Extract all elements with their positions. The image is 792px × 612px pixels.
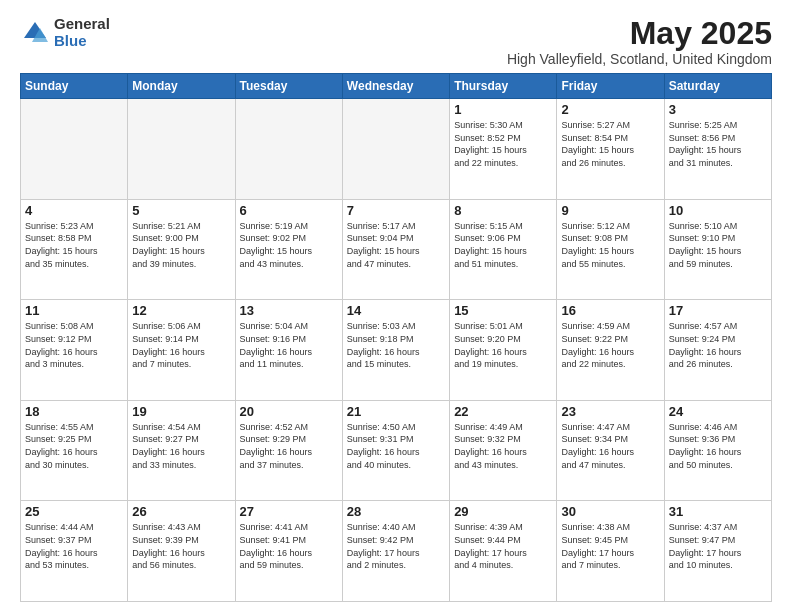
table-row: 12Sunrise: 5:06 AM Sunset: 9:14 PM Dayli… <box>128 300 235 401</box>
day-number: 5 <box>132 203 230 218</box>
table-row: 9Sunrise: 5:12 AM Sunset: 9:08 PM Daylig… <box>557 199 664 300</box>
day-number: 10 <box>669 203 767 218</box>
day-info: Sunrise: 4:50 AM Sunset: 9:31 PM Dayligh… <box>347 421 445 471</box>
day-info: Sunrise: 5:06 AM Sunset: 9:14 PM Dayligh… <box>132 320 230 370</box>
day-info: Sunrise: 5:01 AM Sunset: 9:20 PM Dayligh… <box>454 320 552 370</box>
table-row: 11Sunrise: 5:08 AM Sunset: 9:12 PM Dayli… <box>21 300 128 401</box>
day-number: 3 <box>669 102 767 117</box>
table-row: 29Sunrise: 4:39 AM Sunset: 9:44 PM Dayli… <box>450 501 557 602</box>
day-number: 24 <box>669 404 767 419</box>
table-row: 14Sunrise: 5:03 AM Sunset: 9:18 PM Dayli… <box>342 300 449 401</box>
table-row: 28Sunrise: 4:40 AM Sunset: 9:42 PM Dayli… <box>342 501 449 602</box>
day-number: 12 <box>132 303 230 318</box>
table-row: 3Sunrise: 5:25 AM Sunset: 8:56 PM Daylig… <box>664 99 771 200</box>
calendar-week-row: 18Sunrise: 4:55 AM Sunset: 9:25 PM Dayli… <box>21 400 772 501</box>
table-row: 30Sunrise: 4:38 AM Sunset: 9:45 PM Dayli… <box>557 501 664 602</box>
day-number: 9 <box>561 203 659 218</box>
table-row: 1Sunrise: 5:30 AM Sunset: 8:52 PM Daylig… <box>450 99 557 200</box>
table-row <box>21 99 128 200</box>
table-row: 2Sunrise: 5:27 AM Sunset: 8:54 PM Daylig… <box>557 99 664 200</box>
day-info: Sunrise: 4:37 AM Sunset: 9:47 PM Dayligh… <box>669 521 767 571</box>
day-number: 16 <box>561 303 659 318</box>
day-info: Sunrise: 5:15 AM Sunset: 9:06 PM Dayligh… <box>454 220 552 270</box>
table-row: 21Sunrise: 4:50 AM Sunset: 9:31 PM Dayli… <box>342 400 449 501</box>
col-sunday: Sunday <box>21 74 128 99</box>
day-info: Sunrise: 4:59 AM Sunset: 9:22 PM Dayligh… <box>561 320 659 370</box>
day-number: 1 <box>454 102 552 117</box>
day-info: Sunrise: 4:41 AM Sunset: 9:41 PM Dayligh… <box>240 521 338 571</box>
table-row: 24Sunrise: 4:46 AM Sunset: 9:36 PM Dayli… <box>664 400 771 501</box>
day-info: Sunrise: 5:03 AM Sunset: 9:18 PM Dayligh… <box>347 320 445 370</box>
day-info: Sunrise: 4:52 AM Sunset: 9:29 PM Dayligh… <box>240 421 338 471</box>
day-info: Sunrise: 5:21 AM Sunset: 9:00 PM Dayligh… <box>132 220 230 270</box>
table-row: 4Sunrise: 5:23 AM Sunset: 8:58 PM Daylig… <box>21 199 128 300</box>
calendar-header-row: Sunday Monday Tuesday Wednesday Thursday… <box>21 74 772 99</box>
day-number: 27 <box>240 504 338 519</box>
day-info: Sunrise: 5:27 AM Sunset: 8:54 PM Dayligh… <box>561 119 659 169</box>
table-row: 23Sunrise: 4:47 AM Sunset: 9:34 PM Dayli… <box>557 400 664 501</box>
calendar-week-row: 25Sunrise: 4:44 AM Sunset: 9:37 PM Dayli… <box>21 501 772 602</box>
col-wednesday: Wednesday <box>342 74 449 99</box>
logo-general: General <box>54 16 110 33</box>
day-info: Sunrise: 5:04 AM Sunset: 9:16 PM Dayligh… <box>240 320 338 370</box>
day-info: Sunrise: 4:44 AM Sunset: 9:37 PM Dayligh… <box>25 521 123 571</box>
table-row: 16Sunrise: 4:59 AM Sunset: 9:22 PM Dayli… <box>557 300 664 401</box>
day-info: Sunrise: 5:30 AM Sunset: 8:52 PM Dayligh… <box>454 119 552 169</box>
table-row: 18Sunrise: 4:55 AM Sunset: 9:25 PM Dayli… <box>21 400 128 501</box>
day-info: Sunrise: 5:25 AM Sunset: 8:56 PM Dayligh… <box>669 119 767 169</box>
day-info: Sunrise: 4:38 AM Sunset: 9:45 PM Dayligh… <box>561 521 659 571</box>
day-number: 2 <box>561 102 659 117</box>
day-info: Sunrise: 4:49 AM Sunset: 9:32 PM Dayligh… <box>454 421 552 471</box>
day-number: 14 <box>347 303 445 318</box>
day-number: 20 <box>240 404 338 419</box>
table-row: 13Sunrise: 5:04 AM Sunset: 9:16 PM Dayli… <box>235 300 342 401</box>
day-info: Sunrise: 4:54 AM Sunset: 9:27 PM Dayligh… <box>132 421 230 471</box>
logo: General Blue <box>20 16 110 49</box>
day-info: Sunrise: 5:12 AM Sunset: 9:08 PM Dayligh… <box>561 220 659 270</box>
table-row: 10Sunrise: 5:10 AM Sunset: 9:10 PM Dayli… <box>664 199 771 300</box>
day-number: 31 <box>669 504 767 519</box>
day-number: 8 <box>454 203 552 218</box>
day-info: Sunrise: 5:10 AM Sunset: 9:10 PM Dayligh… <box>669 220 767 270</box>
day-number: 6 <box>240 203 338 218</box>
col-saturday: Saturday <box>664 74 771 99</box>
day-number: 28 <box>347 504 445 519</box>
day-info: Sunrise: 4:46 AM Sunset: 9:36 PM Dayligh… <box>669 421 767 471</box>
month-title: May 2025 <box>507 16 772 51</box>
table-row: 26Sunrise: 4:43 AM Sunset: 9:39 PM Dayli… <box>128 501 235 602</box>
title-area: May 2025 High Valleyfield, Scotland, Uni… <box>507 16 772 67</box>
day-number: 23 <box>561 404 659 419</box>
day-info: Sunrise: 5:23 AM Sunset: 8:58 PM Dayligh… <box>25 220 123 270</box>
table-row: 22Sunrise: 4:49 AM Sunset: 9:32 PM Dayli… <box>450 400 557 501</box>
table-row: 7Sunrise: 5:17 AM Sunset: 9:04 PM Daylig… <box>342 199 449 300</box>
col-thursday: Thursday <box>450 74 557 99</box>
day-info: Sunrise: 4:39 AM Sunset: 9:44 PM Dayligh… <box>454 521 552 571</box>
day-number: 17 <box>669 303 767 318</box>
table-row <box>235 99 342 200</box>
calendar-week-row: 1Sunrise: 5:30 AM Sunset: 8:52 PM Daylig… <box>21 99 772 200</box>
day-info: Sunrise: 4:55 AM Sunset: 9:25 PM Dayligh… <box>25 421 123 471</box>
calendar-week-row: 11Sunrise: 5:08 AM Sunset: 9:12 PM Dayli… <box>21 300 772 401</box>
table-row: 5Sunrise: 5:21 AM Sunset: 9:00 PM Daylig… <box>128 199 235 300</box>
header: General Blue May 2025 High Valleyfield, … <box>20 16 772 67</box>
table-row: 8Sunrise: 5:15 AM Sunset: 9:06 PM Daylig… <box>450 199 557 300</box>
day-info: Sunrise: 5:08 AM Sunset: 9:12 PM Dayligh… <box>25 320 123 370</box>
table-row: 25Sunrise: 4:44 AM Sunset: 9:37 PM Dayli… <box>21 501 128 602</box>
day-number: 21 <box>347 404 445 419</box>
day-number: 13 <box>240 303 338 318</box>
table-row: 31Sunrise: 4:37 AM Sunset: 9:47 PM Dayli… <box>664 501 771 602</box>
day-number: 26 <box>132 504 230 519</box>
calendar-table: Sunday Monday Tuesday Wednesday Thursday… <box>20 73 772 602</box>
col-monday: Monday <box>128 74 235 99</box>
day-info: Sunrise: 5:19 AM Sunset: 9:02 PM Dayligh… <box>240 220 338 270</box>
table-row: 6Sunrise: 5:19 AM Sunset: 9:02 PM Daylig… <box>235 199 342 300</box>
table-row: 20Sunrise: 4:52 AM Sunset: 9:29 PM Dayli… <box>235 400 342 501</box>
table-row: 27Sunrise: 4:41 AM Sunset: 9:41 PM Dayli… <box>235 501 342 602</box>
logo-icon <box>20 18 50 48</box>
day-number: 15 <box>454 303 552 318</box>
day-info: Sunrise: 4:57 AM Sunset: 9:24 PM Dayligh… <box>669 320 767 370</box>
col-friday: Friday <box>557 74 664 99</box>
table-row: 19Sunrise: 4:54 AM Sunset: 9:27 PM Dayli… <box>128 400 235 501</box>
day-number: 29 <box>454 504 552 519</box>
day-number: 25 <box>25 504 123 519</box>
